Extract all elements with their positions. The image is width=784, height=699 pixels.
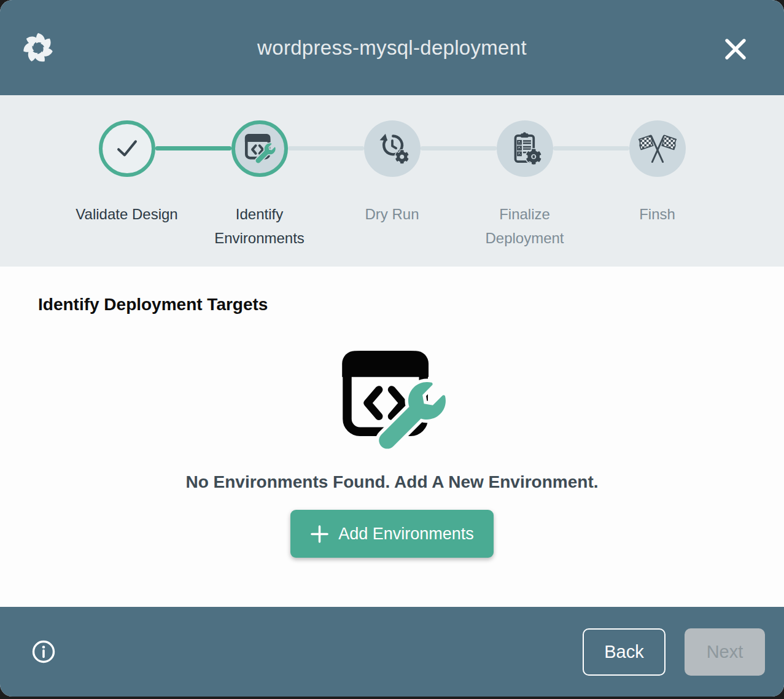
code-wrench-icon [244,134,276,164]
step-finalize-deployment[interactable]: Finalize Deployment [459,120,591,267]
step-label: Identify Environments [205,203,314,251]
modal-header: wordpress-mysql-deployment [0,0,784,95]
step-finish[interactable]: Finsh [591,120,724,267]
footer-buttons: Back Next [583,628,765,676]
empty-state: No Environments Found. Add A New Environ… [0,314,784,558]
step-dry-run[interactable]: Dry Run [326,120,459,267]
step-circle [364,120,421,177]
step-label: Dry Run [365,203,419,227]
step-circle [231,120,288,177]
info-button[interactable] [31,639,56,664]
history-gear-icon [373,130,411,168]
wizard-stepper: Validate Design Identify Environments [0,95,784,267]
step-circle [99,120,155,177]
pinwheel-logo-icon [20,30,56,66]
add-environments-label: Add Environments [338,525,474,544]
check-icon [109,131,145,166]
deployment-wizard-modal: wordpress-mysql-deployment Validate Desi… [0,0,784,697]
step-validate-design[interactable]: Validate Design [61,120,193,267]
add-environments-button[interactable]: Add Environments [290,510,494,558]
checkered-flags-icon [635,127,680,171]
plus-icon [310,525,329,544]
code-wrench-icon [338,350,446,452]
back-button[interactable]: Back [583,628,666,676]
step-label: Finalize Deployment [470,203,580,251]
close-icon [723,36,748,62]
info-icon [31,639,56,664]
step-label: Finsh [639,203,675,227]
step-label: Validate Design [76,203,177,227]
wizard-content: Identify Deployment Targets No Environme… [0,267,784,607]
modal-footer: Back Next [0,607,784,697]
modal-title: wordpress-mysql-deployment [257,36,527,60]
step-circle [629,120,686,177]
empty-state-message: No Environments Found. Add A New Environ… [185,472,598,492]
close-button[interactable] [723,36,748,62]
step-identify-environments[interactable]: Identify Environments [193,120,326,267]
page-title: Identify Deployment Targets [38,295,784,314]
next-button[interactable]: Next [685,628,765,676]
clipboard-gear-icon [506,130,544,168]
step-circle [497,120,553,177]
